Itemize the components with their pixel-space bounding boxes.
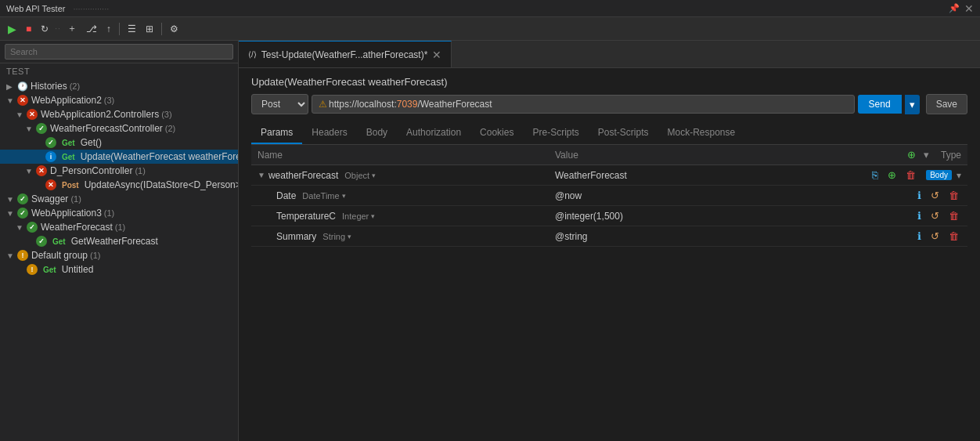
get-method-tag: Get xyxy=(59,138,77,148)
weathercontroller-label: WeatherForecastController xyxy=(50,123,163,134)
tempc-name-text: TemperatureC xyxy=(276,211,336,222)
weatherforecast-label: WeatherForecast xyxy=(41,222,113,233)
warning-icon: ⚠ xyxy=(319,99,327,110)
date-delete-button[interactable]: 🗑 xyxy=(946,189,961,202)
summary-type-text: String xyxy=(322,232,345,241)
getforecast-method-tag: Get xyxy=(50,237,68,247)
tempc-delete-button[interactable]: 🗑 xyxy=(946,209,961,222)
sidebar-item-updateasync[interactable]: ✕ Post UpdateAsync(IDataStore<D_Person> … xyxy=(0,178,238,192)
weathercontroller-count: (2) xyxy=(165,124,175,133)
param-type-cell: ⎘ ⊕ 🗑 Body ▾ xyxy=(858,165,967,186)
sidebar-item-untitled[interactable]: ! Get Untitled xyxy=(0,262,238,277)
tempc-refresh-button[interactable]: ↺ xyxy=(928,209,942,222)
columns-button[interactable]: ☰ xyxy=(124,22,139,36)
tempc-type-text: Integer xyxy=(342,211,369,221)
settings-button[interactable]: ⚙ xyxy=(167,22,182,36)
badge-weathercontroller: ✓ xyxy=(36,123,47,134)
param-value-summary: @string xyxy=(549,226,858,247)
arrow-webapp3: ▼ xyxy=(6,209,17,218)
send-dropdown-button[interactable]: ▾ xyxy=(905,95,920,114)
summary-refresh-button[interactable]: ↺ xyxy=(928,230,942,243)
date-info-button[interactable]: ℹ xyxy=(915,189,924,202)
summary-delete-button[interactable]: 🗑 xyxy=(946,230,961,243)
inner-tabs: Params Headers Body Authorization Cookie… xyxy=(251,122,967,145)
pin-icon[interactable]: 📌 xyxy=(949,3,960,13)
tab-authorization[interactable]: Authorization xyxy=(397,122,470,144)
sidebar-item-swagger[interactable]: ▼ ✓ Swagger (1) xyxy=(0,192,238,206)
table-row: Date DateTime ▾ @now ℹ xyxy=(251,186,967,206)
expand-arrow[interactable]: ▼ xyxy=(258,171,265,179)
tab-close-button[interactable]: ✕ xyxy=(432,49,441,60)
webapp2-label: WebApplication2 xyxy=(31,95,102,106)
summary-actions: ℹ ↺ 🗑 xyxy=(858,226,967,247)
date-type-text: DateTime xyxy=(302,191,339,201)
reload-button[interactable]: ↻ xyxy=(38,22,52,36)
tab-cookies[interactable]: Cookies xyxy=(470,122,523,144)
param-value-tempc: @integer(1,500) xyxy=(549,206,858,226)
sidebar-item-webapp3[interactable]: ▼ ✓ WebApplication3 (1) xyxy=(0,206,238,220)
save-button[interactable]: Save xyxy=(926,94,967,114)
col-type-header: ⊕ ▾ Type xyxy=(858,145,967,165)
url-display: ⚠ https://localhost:7039/WeatherForecast xyxy=(312,95,855,114)
delete-param-button[interactable]: 🗑 xyxy=(903,168,918,182)
tab-headers[interactable]: Headers xyxy=(302,122,356,144)
date-refresh-button[interactable]: ↺ xyxy=(928,189,942,202)
stop-button[interactable]: ■ xyxy=(23,22,34,36)
tempc-actions: ℹ ↺ 🗑 xyxy=(858,206,967,226)
add-param-button[interactable]: ⊕ xyxy=(905,148,918,161)
badge-defaultgroup: ! xyxy=(17,250,28,261)
webapp2-count: (3) xyxy=(104,96,114,105)
add-button[interactable]: ＋ xyxy=(64,20,80,37)
sidebar-item-getweatherforecast[interactable]: ✓ Get GetWeatherForecast xyxy=(0,234,238,248)
copy-param-button[interactable]: ⎘ xyxy=(870,168,881,182)
sidebar-item-weatherforecast[interactable]: ▼ ✓ WeatherForecast (1) xyxy=(0,220,238,234)
import-button[interactable]: ↑ xyxy=(103,22,114,36)
update-method-tag: Get xyxy=(59,152,77,162)
param-value-text: WeatherForecast xyxy=(555,170,627,181)
tab-postscripts[interactable]: Post-Scripts xyxy=(589,122,658,144)
arrow-webapp2: ▼ xyxy=(6,96,17,105)
tab-test-update[interactable]: ⟨/⟩ Test-Update(WeatherF...atherForecast… xyxy=(239,41,452,67)
sidebar-item-update[interactable]: i Get Update(WeatherForecast weatherFore… xyxy=(0,150,238,164)
send-button[interactable]: Send xyxy=(858,95,902,114)
badge-updateasync: ✕ xyxy=(45,179,56,190)
tab-mockresponse[interactable]: Mock-Response xyxy=(658,122,745,144)
grid-button[interactable]: ⊞ xyxy=(142,22,157,36)
tab-params[interactable]: Params xyxy=(251,122,302,144)
tempc-info-button[interactable]: ℹ xyxy=(915,209,924,222)
tab-body[interactable]: Body xyxy=(357,122,397,144)
method-select[interactable]: Post Get Put Delete xyxy=(251,94,308,114)
badge-webapp2: ✕ xyxy=(17,95,28,106)
close-icon[interactable]: ✕ xyxy=(964,2,974,15)
col-value: Value xyxy=(549,145,858,165)
play-button[interactable]: ▶ xyxy=(5,21,20,37)
sidebar: Test ▶ 🕐 Histories (2) ▼ ✕ WebApplicatio… xyxy=(0,41,239,441)
search-input[interactable] xyxy=(5,44,233,60)
param-value-date: @now xyxy=(549,186,858,206)
swagger-label: Swagger xyxy=(31,193,68,204)
defaultgroup-count: (1) xyxy=(90,251,100,260)
controllers-label: WebApplication2.Controllers xyxy=(41,109,159,120)
webapp3-count: (1) xyxy=(104,208,114,218)
badge-controllers: ✕ xyxy=(27,109,38,120)
swagger-count: (1) xyxy=(70,194,81,204)
sidebar-item-dperson[interactable]: ▼ ✕ D_PersonController (1) xyxy=(0,164,238,178)
date-value-text: @now xyxy=(555,190,582,201)
sidebar-item-webapp2controllers[interactable]: ▼ ✕ WebApplication2.Controllers (3) xyxy=(0,107,238,121)
param-type-object: Object xyxy=(344,171,369,180)
badge-untitled: ! xyxy=(27,264,38,275)
get-label: Get() xyxy=(81,137,102,148)
param-options-button[interactable]: ▾ xyxy=(921,148,931,161)
clock-icon: 🕐 xyxy=(17,81,28,92)
sidebar-item-histories[interactable]: ▶ 🕐 Histories (2) xyxy=(0,79,238,93)
tab-prescripts[interactable]: Pre-Scripts xyxy=(523,122,588,144)
sidebar-item-weathercontroller[interactable]: ▼ ✓ WeatherForecastController (2) xyxy=(0,121,238,136)
sidebar-item-get[interactable]: ✓ Get Get() xyxy=(0,136,238,150)
param-name-summary: Summary String ▾ xyxy=(251,226,549,247)
add-child-param-button[interactable]: ⊕ xyxy=(885,168,899,182)
app-title: Web API Tester xyxy=(6,4,65,13)
summary-info-button[interactable]: ℹ xyxy=(915,230,924,243)
branch-button[interactable]: ⎇ xyxy=(83,22,100,36)
sidebar-item-defaultgroup[interactable]: ▼ ! Default group (1) xyxy=(0,248,238,262)
sidebar-item-webapp2[interactable]: ▼ ✕ WebApplication2 (3) xyxy=(0,93,238,107)
